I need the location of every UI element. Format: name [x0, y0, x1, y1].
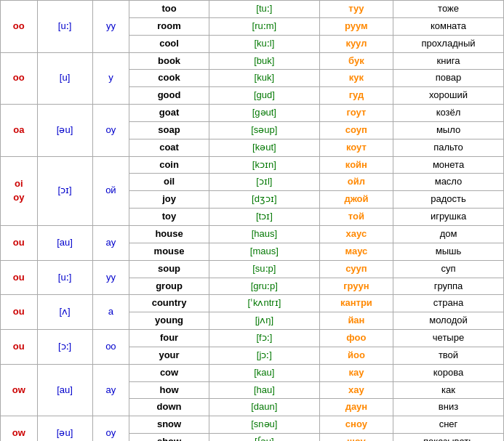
cell: ou [1, 330, 38, 365]
cell: [suːp] [209, 260, 319, 278]
table-row: ow[au]aycow[kau]каукорова [1, 364, 504, 381]
cell: уу [92, 260, 129, 295]
cell: коут [319, 139, 393, 156]
cell: козёл [393, 105, 504, 122]
cell: кук [319, 70, 393, 87]
cell: joy [129, 191, 209, 209]
cell: ou [1, 260, 38, 295]
cell: [ʃəu] [209, 434, 319, 441]
cell: у [92, 52, 129, 105]
cell: [uː] [37, 1, 92, 53]
cell: cook [129, 70, 209, 87]
cell: туу [319, 1, 393, 18]
cell: cow [129, 364, 209, 381]
cell: пальто [393, 139, 504, 156]
cell: [kɔɪn] [209, 156, 319, 174]
cell: джой [319, 191, 393, 209]
cell: хау [319, 381, 393, 399]
cell: оу [92, 105, 129, 157]
cell: суп [393, 260, 504, 278]
cell: группа [393, 278, 504, 295]
cell: дом [393, 225, 504, 243]
cell: a [92, 295, 129, 330]
cell: cool [129, 35, 209, 52]
cell: кау [319, 364, 393, 381]
cell: оу [92, 416, 129, 441]
cell: радость [393, 191, 504, 209]
cell: [ˈkʌntrɪ] [209, 295, 319, 312]
cell: шоу [319, 434, 393, 441]
table-row: ou[ʌ]acountry[ˈkʌntrɪ]кантристрана [1, 295, 504, 312]
cell: тоже [393, 1, 504, 18]
table-row: ou[ɔː]ооfour[fɔː]фоочетыре [1, 330, 504, 347]
cell: oioy [1, 156, 38, 225]
cell: снег [393, 416, 504, 434]
table-row: ow[əu]оуsnow[snəu]сноуснег [1, 416, 504, 434]
cell: как [393, 381, 504, 399]
cell: [kəut] [209, 139, 319, 156]
cell: четыре [393, 330, 504, 347]
cell: [kau] [209, 364, 319, 381]
cell: повар [393, 70, 504, 87]
cell: down [129, 399, 209, 416]
cell: книга [393, 52, 504, 70]
cell: ay [92, 225, 129, 260]
cell: four [129, 330, 209, 347]
cell: [u] [37, 52, 92, 105]
cell: хаус [319, 225, 393, 243]
cell: oa [1, 105, 38, 157]
cell: фоо [319, 330, 393, 347]
cell: хороший [393, 87, 504, 105]
cell: goat [129, 105, 209, 122]
cell: oo [1, 1, 38, 53]
table-row: ou[au]ayhouse[haus]хаусдом [1, 225, 504, 243]
cell: coin [129, 156, 209, 174]
cell: йоо [319, 347, 393, 364]
cell: show [129, 434, 209, 441]
cell: сууп [319, 260, 393, 278]
cell: country [129, 295, 209, 312]
cell: ow [1, 364, 38, 416]
cell: мыло [393, 121, 504, 139]
cell: показывать [393, 434, 504, 441]
cell: йан [319, 312, 393, 330]
cell: [ruːm] [209, 17, 319, 35]
cell: масло [393, 174, 504, 191]
cell: той [319, 209, 393, 226]
cell: мышь [393, 243, 504, 260]
cell: [fɔː] [209, 330, 319, 347]
cell: [kuːl] [209, 35, 319, 52]
cell: уу [92, 1, 129, 53]
table-row: oa[əu]оуgoat[gəut]гоуткозёл [1, 105, 504, 122]
cell: койн [319, 156, 393, 174]
cell: [tɔɪ] [209, 209, 319, 226]
cell: прохладный [393, 35, 504, 52]
cell: вниз [393, 399, 504, 416]
cell: [snəu] [209, 416, 319, 434]
cell: твой [393, 347, 504, 364]
cell: house [129, 225, 209, 243]
cell: group [129, 278, 209, 295]
cell: бук [319, 52, 393, 70]
cell: book [129, 52, 209, 70]
cell: ойл [319, 174, 393, 191]
main-table: oo[uː]ууtoo[tuː]туутожеroom[ruːm]руумком… [0, 0, 504, 441]
cell: [tuː] [209, 1, 319, 18]
cell: оо [92, 330, 129, 365]
cell: корова [393, 364, 504, 381]
cell: oo [1, 52, 38, 105]
cell: груун [319, 278, 393, 295]
cell: гуд [319, 87, 393, 105]
cell: [ɔɪl] [209, 174, 319, 191]
cell: сноу [319, 416, 393, 434]
cell: [əu] [37, 416, 92, 441]
cell: [hau] [209, 381, 319, 399]
cell: [gud] [209, 87, 319, 105]
cell: куул [319, 35, 393, 52]
cell: гоут [319, 105, 393, 122]
cell: good [129, 87, 209, 105]
cell: ой [92, 156, 129, 225]
cell: молодой [393, 312, 504, 330]
cell: [ɔɪ] [37, 156, 92, 225]
cell: соуп [319, 121, 393, 139]
